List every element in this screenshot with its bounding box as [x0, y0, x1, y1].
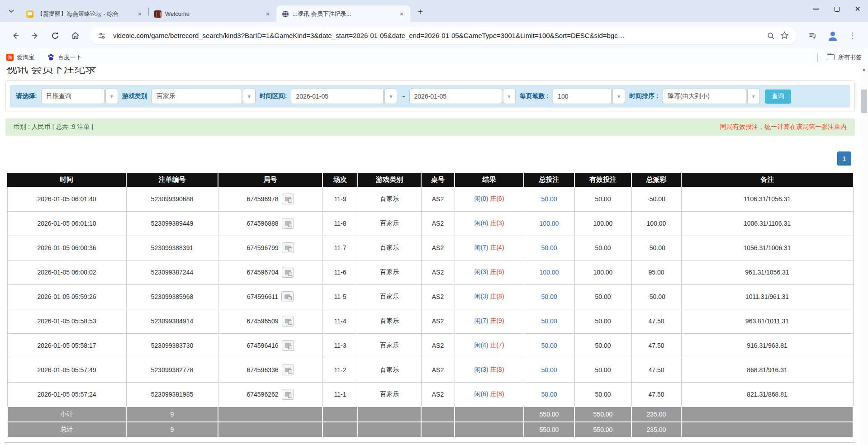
vertical-scrollbar[interactable]: ▲: [860, 66, 868, 445]
cell-table-code: AS2: [421, 333, 455, 358]
back-button[interactable]: [7, 27, 24, 44]
table-body: 2026-01-05 06:01:40 523099390688 6745969…: [7, 187, 853, 407]
maximize-button[interactable]: [826, 0, 847, 18]
date-end-value[interactable]: 2026-01-05: [409, 89, 502, 104]
horizontal-scrollbar[interactable]: [5, 442, 855, 443]
range-separator: ~: [401, 93, 405, 100]
replay-button[interactable]: [282, 389, 294, 400]
result-player: 闲(3): [474, 366, 488, 373]
forward-button[interactable]: [27, 27, 44, 44]
media-controls-icon[interactable]: [804, 27, 821, 44]
cell-valid-bet: 100.00: [574, 211, 631, 236]
scrollbar-thumb[interactable]: [861, 90, 867, 113]
total-bet-link[interactable]: 50.00: [541, 244, 557, 251]
page-size-select[interactable]: 100 ▼: [553, 89, 625, 104]
replay-button[interactable]: [282, 218, 294, 229]
total-bet-link[interactable]: 50.00: [541, 391, 557, 398]
replay-button[interactable]: [282, 365, 294, 375]
cell-result: 闲(6) 庄(3): [455, 211, 524, 236]
filter-bar: 请选择: 日期查询 ▼ 游戏类别 百家乐 ▼ 时间区间: 2026-01-05 …: [10, 85, 850, 108]
pagination-page-1[interactable]: 1: [837, 151, 851, 166]
bookmark-taobao[interactable]: 淘 爱淘宝: [6, 53, 34, 62]
tab-welcome[interactable]: Welcome ×: [149, 5, 276, 22]
page-size-value[interactable]: 100: [553, 89, 612, 104]
result-banker: 庄(6): [490, 195, 504, 202]
chevron-down-icon[interactable]: ▼: [384, 89, 397, 104]
cell-valid-bet: 100.00: [574, 260, 631, 284]
tab-close-icon[interactable]: ×: [398, 10, 406, 18]
chevron-down-icon[interactable]: ▼: [612, 89, 625, 104]
date-start-value[interactable]: 2026-01-05: [291, 89, 384, 104]
cell-time: 2026-01-05 06:01:40: [7, 187, 126, 211]
tab-close-icon[interactable]: ×: [264, 10, 272, 18]
total-bet-link[interactable]: 50.00: [541, 195, 557, 203]
replay-button[interactable]: [282, 267, 294, 278]
table-row: 2026-01-05 05:57:49 523099382778 6745963…: [7, 358, 853, 382]
menu-dots-icon[interactable]: ⋮: [844, 27, 861, 44]
round-id-text: 674596509: [247, 317, 278, 325]
total-bet-link[interactable]: 100.00: [540, 269, 559, 276]
replay-button[interactable]: [282, 316, 294, 327]
game-category-select[interactable]: 百家乐 ▼: [152, 89, 256, 104]
sort-value[interactable]: 降幂(由大到小): [663, 89, 746, 104]
tab-title: :::视讯 会员下注纪录:::: [293, 10, 394, 18]
replay-button[interactable]: [281, 291, 294, 302]
home-button[interactable]: [66, 27, 84, 44]
cell-round-id: 674596799: [218, 236, 323, 260]
chevron-down-icon[interactable]: ▼: [747, 89, 760, 104]
chevron-down-icon[interactable]: ▼: [243, 89, 256, 104]
total-bet-link[interactable]: 50.00: [541, 342, 557, 349]
profile-avatar[interactable]: [824, 27, 841, 44]
total-bet-link[interactable]: 100.00: [540, 220, 559, 227]
result-player: 闲(3): [474, 293, 488, 300]
search-icon[interactable]: [764, 29, 778, 43]
cell-valid-bet: 50.00: [574, 309, 631, 333]
chevron-down-icon[interactable]: ▼: [105, 89, 118, 104]
tab-close-icon[interactable]: ×: [136, 10, 144, 18]
cell-valid-bet: 50.00: [574, 236, 631, 260]
replay-button[interactable]: [282, 340, 294, 351]
total-bet-link[interactable]: 50.00: [541, 293, 557, 300]
new-tab-button[interactable]: +: [414, 5, 427, 18]
total-bet-link[interactable]: 50.00: [541, 366, 557, 374]
cell-session: 11-3: [323, 333, 358, 358]
search-button[interactable]: 查询: [765, 90, 791, 104]
bookmark-star-icon[interactable]: [778, 29, 791, 43]
tab-bet-records[interactable]: :::视讯 会员下注纪录::: ×: [276, 5, 410, 22]
date-start-select[interactable]: 2026-01-05 ▼: [291, 89, 397, 104]
minimize-button[interactable]: [806, 0, 826, 18]
replay-button[interactable]: [282, 194, 294, 204]
all-bookmarks-label[interactable]: 所有书签: [838, 53, 862, 62]
date-end-select[interactable]: 2026-01-05 ▼: [409, 89, 516, 104]
cell-total-bet: 50.00: [524, 333, 574, 358]
total-bet-link[interactable]: 50.00: [541, 317, 557, 325]
cell-table-code: AS2: [421, 260, 455, 284]
scroll-up-icon[interactable]: ▲: [862, 67, 866, 71]
reload-button[interactable]: [47, 27, 64, 44]
tab-forum[interactable]: 【新提醒】海燕策略论坛 - 综合 ×: [21, 5, 148, 22]
url-text[interactable]: videoie.com/game/betrecord_search/kind3?…: [113, 32, 764, 39]
tab-title: Welcome: [165, 10, 260, 17]
table-header: 时间 注单编号 局号 场次 游戏类别 桌号 结果 总投注 有效投注 总派彩 备注: [7, 173, 853, 187]
sort-select[interactable]: 降幂(由大到小) ▼: [663, 89, 760, 104]
browser-toolbar: videoie.com/game/betrecord_search/kind3?…: [0, 22, 868, 49]
cell-valid-bet: 50.00: [574, 333, 631, 358]
replay-button[interactable]: [282, 242, 294, 253]
chevron-down-icon[interactable]: ▼: [503, 89, 516, 104]
cell-session: 11-6: [323, 260, 358, 284]
query-type-value[interactable]: 日期查询: [41, 89, 104, 104]
site-settings-icon[interactable]: [95, 29, 109, 43]
cell-table-code: AS2: [421, 211, 455, 236]
total-total-bet: 550.00: [524, 422, 574, 437]
game-category-value[interactable]: 百家乐: [152, 89, 242, 104]
query-type-select[interactable]: 日期查询 ▼: [41, 89, 118, 104]
cell-payout: 47.50: [631, 382, 681, 407]
url-bar[interactable]: videoie.com/game/betrecord_search/kind3?…: [90, 27, 797, 44]
close-button[interactable]: ✕: [847, 0, 868, 18]
tab-search-button[interactable]: [5, 5, 18, 18]
tab-strip: 【新提醒】海燕策略论坛 - 综合 × Welcome × :::视讯 会员下注纪…: [0, 0, 868, 22]
bookmark-baidu[interactable]: 百度一下: [47, 53, 81, 62]
table-row: 2026-01-05 06:01:10 523099389449 6745968…: [7, 211, 853, 236]
forum-favicon-icon: [26, 10, 33, 18]
round-id-text: 674596888: [247, 220, 278, 227]
